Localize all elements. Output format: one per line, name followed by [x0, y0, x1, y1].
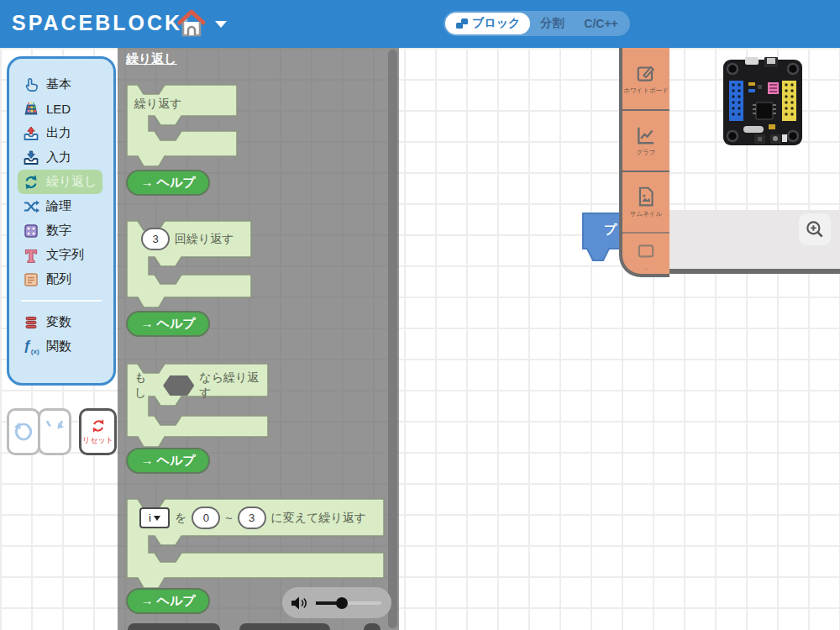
sidebar-item-logic[interactable]: 論理 — [18, 194, 76, 218]
partial-block[interactable] — [128, 623, 220, 630]
sidebar-item-arrays[interactable]: 配列 — [18, 267, 76, 291]
variables-icon — [23, 314, 39, 331]
block-repeat-while[interactable]: もし なら繰り返す — [126, 363, 270, 449]
volume-slider-thumb[interactable] — [336, 597, 348, 609]
board-image — [722, 57, 803, 150]
tab-c-mode[interactable]: C/C++ — [574, 13, 627, 34]
home-button[interactable] — [176, 8, 207, 43]
program-panel-tab[interactable]: プ — [582, 213, 621, 263]
dropdown-arrow-icon — [154, 516, 160, 521]
sidebar-item-strings[interactable]: 文字列 — [18, 243, 89, 267]
partial-block[interactable] — [364, 623, 381, 630]
panel-bottom-edge[interactable] — [669, 269, 840, 274]
redo-icon — [44, 421, 66, 443]
undo-icon — [13, 421, 34, 443]
top-bar: SPACEBLOCK® ブロック 分割 C/C++ — [0, 0, 840, 48]
whiteboard-button[interactable]: ホワイトボード — [622, 48, 669, 109]
led-matrix-icon — [23, 101, 39, 118]
tab-block-mode[interactable]: ブロック — [445, 13, 530, 34]
output-arrow-icon — [23, 125, 39, 142]
help-button[interactable]: → ヘルプ — [126, 311, 210, 337]
variable-dropdown[interactable]: i — [139, 507, 170, 528]
input-arrow-icon — [23, 150, 39, 166]
list-icon — [23, 271, 39, 288]
blocks-icon — [455, 18, 468, 29]
range-to-input[interactable]: 3 — [238, 507, 266, 529]
sidebar-item-loops[interactable]: 繰り返し — [18, 170, 102, 194]
tab-split-mode[interactable]: 分割 — [530, 13, 574, 34]
undo-button[interactable] — [7, 408, 40, 455]
thumbnail-icon — [635, 186, 657, 207]
condition-slot[interactable] — [163, 375, 194, 396]
thumbnail-button[interactable]: サムネイル — [622, 171, 669, 232]
help-button[interactable]: → ヘルプ — [126, 170, 210, 196]
number-input[interactable]: 3 — [141, 228, 170, 250]
volume-control — [282, 587, 391, 618]
chevron-down-icon[interactable] — [215, 21, 227, 28]
sidebar-item-input[interactable]: 入力 — [18, 145, 76, 170]
zoom-in-icon — [804, 218, 826, 240]
graph-button[interactable]: グラフ — [622, 109, 669, 171]
view-mode-tabs: ブロック 分割 C/C++ — [444, 11, 630, 36]
reset-button[interactable]: リセット — [79, 408, 117, 455]
redo-button[interactable] — [38, 408, 71, 455]
flyout-scrollbar[interactable] — [388, 50, 397, 628]
sidebar-item-numbers[interactable]: 数字 — [18, 218, 76, 243]
repeat-icon — [23, 174, 39, 191]
app-logo: SPACEBLOCK® — [12, 11, 187, 35]
block-repeat-range[interactable]: i を 0 ~ 3 に変えて繰り返す — [126, 498, 386, 590]
volume-slider[interactable] — [316, 601, 381, 605]
sidebar-item-basic[interactable]: 基本 — [18, 72, 76, 97]
block-repeat-forever[interactable]: 繰り返す — [126, 84, 239, 168]
whiteboard-icon — [635, 62, 657, 84]
flyout-category-title: 繰り返し — [126, 51, 177, 67]
more-panel-icon — [635, 243, 657, 261]
sidebar-item-led[interactable]: LED — [18, 97, 76, 121]
home-icon — [176, 8, 207, 39]
sidebar-item-functions[interactable]: ƒ(x) 関数 — [18, 334, 76, 359]
sidebar-item-variables[interactable]: 変数 — [18, 310, 76, 334]
help-button[interactable]: → ヘルプ — [126, 588, 210, 614]
zoom-in-button[interactable] — [799, 213, 831, 245]
hand-icon — [23, 76, 39, 93]
history-controls: リセット — [7, 408, 117, 455]
speaker-icon[interactable] — [291, 595, 309, 612]
dice-icon — [23, 223, 39, 239]
shuffle-icon — [23, 198, 39, 215]
tool-sidebar: ホワイトボード グラフ サムネイル ... — [619, 48, 669, 277]
partial-block[interactable] — [239, 623, 330, 630]
sidebar-item-output[interactable]: 出力 — [18, 121, 76, 145]
help-button[interactable]: → ヘルプ — [126, 448, 210, 474]
text-t-icon — [23, 247, 39, 264]
range-from-input[interactable]: 0 — [192, 507, 220, 529]
graph-icon — [635, 124, 657, 146]
category-sidebar: 基本 LED 出力 入力 繰り返し 論理 数字 文字列 — [7, 56, 116, 386]
function-icon: ƒ(x) — [23, 339, 39, 355]
block-repeat-times[interactable]: 3 回繰り返す — [126, 220, 253, 309]
sidebar-divider — [21, 300, 102, 302]
reset-icon — [90, 417, 107, 434]
more-tools-button[interactable]: ... — [622, 232, 669, 277]
